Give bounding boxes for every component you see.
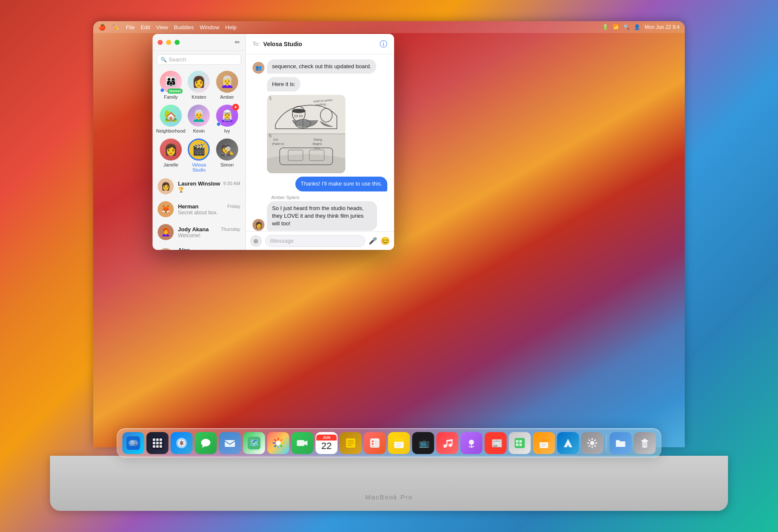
conversation-lauren[interactable]: 👩 Lauren Winslow 9:30 AM 🏆 — [153, 175, 245, 198]
kristen-avatar: 👩 — [188, 71, 210, 93]
dock-reminders[interactable] — [364, 432, 386, 454]
minimize-button[interactable] — [166, 40, 171, 45]
conversation-herman[interactable]: 🦊 Herman Friday Secret about box. — [153, 198, 245, 221]
apps-button[interactable]: ⊕ — [250, 235, 262, 247]
pinned-amber[interactable]: 👩‍🦳 Amber — [214, 71, 240, 100]
pinned-kevin[interactable]: 👨‍🦳 Kevin — [186, 105, 211, 133]
menubar: 🍎 ✏️ File Edit View Buddies Window Help … — [93, 21, 685, 33]
svg-rect-55 — [278, 446, 279, 449]
imessage-input[interactable]: iMessage — [265, 235, 365, 247]
amber-sender-label: Amber Spiers — [253, 195, 300, 200]
svg-point-50 — [276, 441, 281, 446]
svg-rect-56 — [274, 444, 277, 447]
dock-photos[interactable] — [267, 432, 289, 454]
dock-podcasts[interactable] — [461, 432, 483, 454]
lauren-avatar-msg: 👩 — [158, 178, 174, 194]
jody-preview: Welcome! — [178, 233, 240, 238]
dock-messages[interactable] — [195, 432, 217, 454]
svg-text:(Fade in): (Fade in) — [272, 142, 284, 146]
close-button[interactable] — [158, 40, 163, 45]
dock-notes[interactable] — [388, 432, 410, 454]
svg-rect-51 — [278, 438, 279, 441]
family-label: Family — [164, 94, 178, 100]
search-icon[interactable]: 🔍 — [623, 24, 630, 30]
svg-rect-101 — [592, 446, 593, 448]
svg-rect-86 — [516, 440, 519, 443]
calendar-month: JUN — [317, 435, 337, 441]
dock-news[interactable]: 📰 — [485, 432, 507, 454]
dock-launchpad[interactable] — [147, 432, 169, 454]
dock-numbers[interactable] — [509, 432, 531, 454]
svg-text:Cut: Cut — [273, 138, 278, 141]
chat-info-button[interactable]: ⓘ — [380, 39, 387, 49]
svg-point-67 — [372, 443, 374, 445]
dock-pages[interactable] — [533, 432, 555, 454]
svg-rect-58 — [274, 439, 277, 442]
apple-menu-icon[interactable]: 🍎 — [98, 24, 106, 30]
emoji-button[interactable]: 😊 — [381, 236, 390, 246]
svg-rect-99 — [595, 443, 597, 444]
menu-view[interactable]: View — [156, 24, 168, 30]
calendar-day: 22 — [321, 441, 331, 452]
dock-mail[interactable] — [219, 432, 241, 454]
lauren-time: 9:30 AM — [223, 181, 240, 186]
herman-preview: Secret about box. — [178, 210, 240, 216]
dock-trash[interactable] — [634, 432, 656, 454]
user-icon[interactable]: 👤 — [634, 24, 640, 30]
kristen-label: Kristen — [192, 94, 206, 100]
laptop-base: MacBook Pro — [50, 456, 728, 511]
search-bar[interactable]: 🔍 Search — [157, 54, 241, 65]
search-placeholder: Search — [169, 56, 186, 63]
menu-buddies[interactable]: Buddies — [174, 24, 194, 30]
dock-files[interactable] — [610, 432, 632, 454]
message-bubble-thanks: Thanks! I'll make sure to use this. — [295, 177, 387, 191]
conversation-jody[interactable]: 👩‍🦰 Jody Akana Thursday Welcome! — [153, 221, 245, 244]
jody-name: Jody Akana — [178, 226, 209, 233]
dock-facetime[interactable] — [292, 432, 314, 454]
svg-point-79 — [449, 443, 452, 447]
dock-music[interactable] — [436, 432, 458, 454]
svg-rect-98 — [594, 439, 596, 441]
chat-recipient: Velosa Studio — [263, 41, 302, 47]
sidebar: ✏ 🔍 Search 👨‍👩‍👧 Home! Family — [153, 34, 246, 250]
compose-button[interactable]: ✏ — [235, 39, 240, 46]
svg-rect-35 — [153, 445, 156, 448]
dock-calendar[interactable]: JUN 22 — [316, 432, 338, 454]
menu-items: File Edit View Buddies Window Help — [126, 24, 236, 30]
title-bar: ✏ — [153, 34, 245, 51]
storyboard-image[interactable]: 5 6 Hold on action reading... Cut (Fade … — [267, 95, 345, 173]
pinned-neighborhood[interactable]: 🏡 Neighborhood — [158, 105, 183, 133]
dock-maps[interactable]: 🗺️ — [243, 432, 265, 454]
amber-label: Amber — [220, 94, 234, 100]
svg-rect-102 — [588, 445, 591, 447]
amber-message-bubble: So I just heard from the studio heads, t… — [267, 201, 377, 231]
pinned-family[interactable]: 👨‍👩‍👧 Home! Family — [158, 71, 183, 100]
pinned-kristen[interactable]: 👩 Kristen — [186, 71, 211, 100]
svg-rect-92 — [540, 441, 548, 442]
dock-safari[interactable] — [171, 432, 193, 454]
menu-file[interactable]: File — [126, 24, 135, 30]
svg-point-45 — [201, 439, 211, 446]
svg-point-96 — [590, 441, 595, 445]
dock-appstore[interactable] — [557, 432, 579, 454]
pinned-velosa[interactable]: 🎬 Velosa Studio — [186, 139, 211, 172]
amber-avatar: 👩‍🦳 — [216, 71, 238, 93]
dock-divider — [606, 435, 607, 452]
pinned-ivy[interactable]: 🧝‍♀️ ♥ Ivy — [214, 105, 240, 133]
dock-finder[interactable]: 🔍 — [122, 432, 144, 454]
dock-system-prefs[interactable] — [581, 432, 603, 454]
svg-rect-32 — [153, 442, 156, 444]
dock-stickie[interactable] — [340, 432, 362, 454]
dock-appletv[interactable]: 📺 — [412, 432, 434, 454]
menu-help[interactable]: Help — [225, 24, 237, 30]
maximize-button[interactable] — [175, 40, 180, 45]
pinned-janelle[interactable]: 👩 Janelle — [158, 139, 183, 172]
pinned-simon[interactable]: 🕵️ Simon — [214, 139, 240, 172]
app-name-menubar[interactable]: ✏️ — [112, 24, 119, 30]
imessage-placeholder: iMessage — [270, 238, 294, 244]
conversation-alex[interactable]: 👩 Alex Broadhurst Wednesday I can't wait… — [153, 244, 245, 250]
chat-panel: To: Velosa Studio ⓘ 👥 sequence, check ou… — [246, 34, 394, 250]
menu-edit[interactable]: Edit — [141, 24, 150, 30]
menu-window[interactable]: Window — [200, 24, 219, 30]
audio-button[interactable]: 🎤 — [369, 237, 377, 245]
